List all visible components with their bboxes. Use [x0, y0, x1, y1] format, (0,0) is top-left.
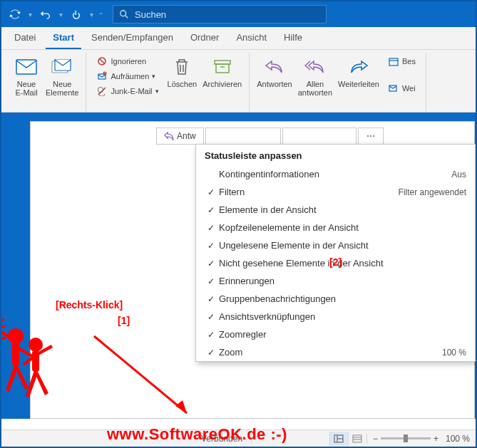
calendar-icon — [388, 56, 399, 67]
mail-icon — [15, 56, 38, 78]
meeting-button[interactable]: Bes — [385, 54, 419, 68]
ignore-label: Ignorieren — [111, 57, 146, 66]
delete-button[interactable]: Löschen — [165, 54, 200, 110]
touch-mouse-icon[interactable] — [67, 5, 86, 24]
context-item-9[interactable]: ✓Zoomregler — [196, 325, 475, 343]
context-item-value: Filter angewendet — [393, 187, 466, 197]
check-icon: ✓ — [203, 187, 219, 197]
pane-more-button[interactable]: ⋯ — [358, 127, 384, 145]
view-reading-button[interactable] — [348, 432, 366, 446]
context-item-label: Kontingentinformationen — [219, 169, 446, 179]
svg-point-0 — [120, 11, 126, 16]
tab-file[interactable]: Datei — [7, 28, 43, 49]
pane-replyall-button[interactable] — [205, 127, 281, 145]
new-items-button[interactable]: Neue Elemente — [43, 54, 81, 110]
context-item-3[interactable]: ✓Kopfzeilenelemente in der Ansicht — [196, 219, 475, 236]
check-icon: ✓ — [203, 276, 219, 286]
pane-reply-label: Antw — [177, 131, 196, 141]
search-input[interactable] — [135, 9, 320, 20]
context-item-4[interactable]: ✓Ungelesene Elemente in der Ansicht — [196, 236, 475, 254]
search-box[interactable] — [113, 5, 327, 24]
svg-rect-21 — [353, 435, 361, 442]
zoom-slider[interactable] — [381, 437, 431, 439]
reply-label: Antworten — [257, 80, 292, 88]
dropdown-icon[interactable]: ▾ — [58, 11, 64, 19]
dropdown-icon[interactable]: ▾ — [88, 11, 95, 19]
quick-access-toolbar: ▾ ▾ ▾ ⁼ — [6, 5, 104, 24]
context-item-8[interactable]: ✓Ansichtsverknüpfungen — [196, 308, 475, 325]
svg-rect-4 — [55, 59, 71, 71]
tab-start[interactable]: Start — [46, 28, 81, 49]
context-menu-title: Statusleiste anpassen — [196, 145, 475, 165]
cleanup-button[interactable]: Aufräumen ▾ — [93, 69, 161, 83]
context-item-label: Gruppenbenachrichtigungen — [219, 293, 461, 304]
forward-button[interactable]: Weiterleiten — [335, 54, 382, 110]
zoom-percent: 100 % — [441, 434, 470, 444]
tab-view[interactable]: Ansicht — [229, 28, 274, 49]
status-connected: Verbunden — [193, 434, 252, 444]
context-item-label: Elemente in der Ansicht — [219, 204, 461, 215]
context-item-label: Ansichtsverknüpfungen — [219, 311, 461, 322]
cleanup-icon — [96, 71, 108, 82]
context-item-2[interactable]: ✓Elemente in der Ansicht — [196, 201, 475, 219]
context-item-label: Zoom — [219, 347, 436, 358]
reply-button[interactable]: Antworten — [254, 54, 295, 110]
forward-icon — [347, 56, 370, 78]
check-icon: ✓ — [203, 330, 219, 340]
zoom-control[interactable]: − + 100 % — [366, 434, 476, 444]
chevron-down-icon: ▾ — [155, 88, 159, 95]
trash-icon — [170, 56, 193, 78]
reply-all-button[interactable]: Allen antworten — [295, 54, 335, 110]
junk-icon — [96, 85, 108, 97]
check-icon: ✓ — [203, 223, 219, 233]
context-item-7[interactable]: ✓Gruppenbenachrichtigungen — [196, 290, 475, 308]
undo-icon[interactable] — [36, 5, 55, 24]
context-item-label: Erinnerungen — [219, 276, 461, 286]
context-item-10[interactable]: ✓Zoom100 % — [196, 343, 475, 361]
sendreceive-icon[interactable] — [6, 5, 24, 24]
junk-button[interactable]: Junk-E-Mail ▾ — [93, 84, 161, 98]
ribbon-tabs: Datei Start Senden/Empfangen Ordner Ansi… — [1, 27, 476, 50]
svg-rect-15 — [389, 58, 398, 66]
check-icon: ✓ — [203, 312, 219, 322]
svg-line-6 — [100, 59, 105, 64]
reply-all-label: Allen antworten — [298, 80, 332, 97]
reply-icon — [164, 132, 174, 140]
context-item-label: Ungelesene Elemente in der Ansicht — [219, 240, 461, 251]
svg-line-1 — [125, 16, 128, 19]
context-item-5[interactable]: ✓Nicht gesehene Elemente in der Ansicht — [196, 254, 475, 272]
tab-sendreceive[interactable]: Senden/Empfangen — [84, 28, 180, 49]
dropdown-icon[interactable]: ▾ — [27, 11, 34, 19]
context-item-6[interactable]: ✓Erinnerungen — [196, 272, 475, 290]
tab-help[interactable]: Hilfe — [277, 28, 309, 49]
titlebar: ▾ ▾ ▾ ⁼ — [1, 1, 476, 27]
cleanup-label: Aufräumen — [111, 72, 149, 80]
ribbon: Neue E-Mail Neue Elemente Ignorieren Auf… — [1, 50, 476, 113]
zoom-in-button[interactable]: + — [434, 434, 438, 444]
view-normal-button[interactable] — [329, 432, 348, 446]
zoom-out-button[interactable]: − — [373, 434, 378, 444]
pane-forward-button[interactable] — [282, 127, 357, 145]
tab-folder[interactable]: Ordner — [183, 28, 226, 49]
pane-reply-button[interactable]: Antw — [156, 127, 204, 145]
ignore-button[interactable]: Ignorieren — [93, 54, 161, 68]
delete-label: Löschen — [168, 80, 198, 88]
context-item-0[interactable]: KontingentinformationenAus — [196, 165, 475, 183]
reply-all-icon — [304, 56, 327, 78]
statusbar[interactable]: Verbunden − + 100 % — [1, 429, 476, 447]
svg-rect-2 — [16, 60, 36, 74]
svg-line-11 — [98, 88, 106, 95]
more-label: Wei — [402, 84, 416, 93]
archive-label: Archivieren — [202, 80, 242, 88]
qat-more-icon[interactable]: ⁼ — [98, 11, 104, 19]
context-item-value: Aus — [446, 170, 466, 179]
context-item-1[interactable]: ✓FilternFilter angewendet — [196, 183, 475, 201]
context-item-label: Zoomregler — [219, 329, 461, 340]
new-items-label: Neue Elemente — [46, 80, 78, 97]
ignore-icon — [96, 56, 108, 67]
junk-label: Junk-E-Mail — [111, 87, 152, 95]
new-email-button[interactable]: Neue E-Mail — [10, 54, 43, 110]
statusbar-context-menu: Statusleiste anpassen Kontingentinformat… — [195, 144, 476, 362]
more-respond-button[interactable]: Wei — [385, 81, 419, 95]
archive-button[interactable]: Archivieren — [200, 54, 245, 110]
